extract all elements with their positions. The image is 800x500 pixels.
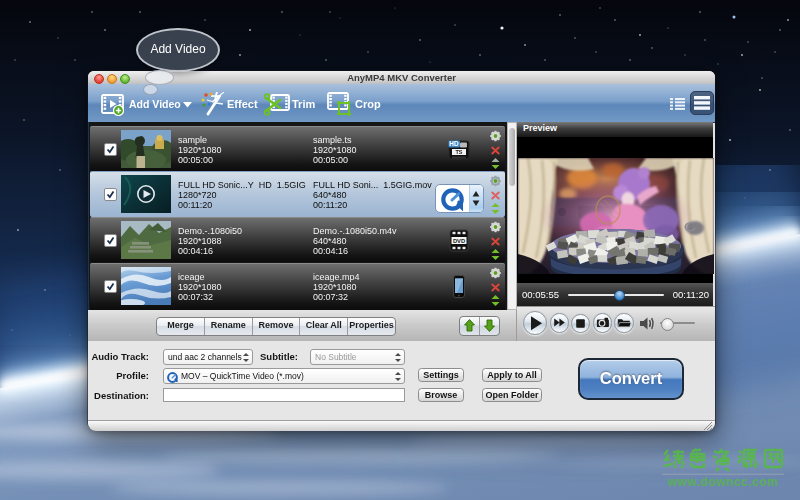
svg-text:TS: TS — [455, 149, 462, 155]
svg-text:www.downcc.com: www.downcc.com — [667, 475, 779, 489]
svg-text:HD: HD — [449, 140, 459, 147]
svg-text:DVD: DVD — [453, 238, 465, 244]
